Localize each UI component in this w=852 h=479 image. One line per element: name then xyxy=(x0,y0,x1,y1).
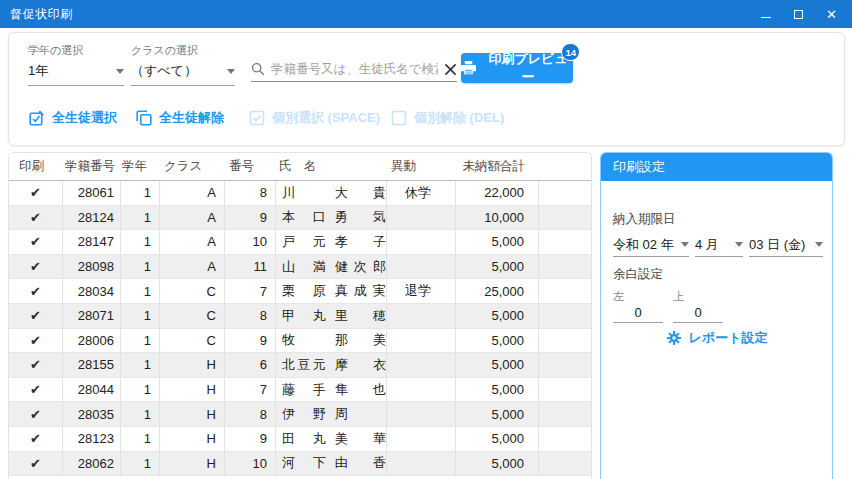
row-print-checkmark[interactable]: ✔ xyxy=(9,452,63,476)
close-icon: ✕ xyxy=(826,8,837,21)
row-status xyxy=(387,353,456,377)
row-print-checkmark[interactable]: ✔ xyxy=(9,329,63,353)
row-print-checkmark[interactable]: ✔ xyxy=(9,353,63,377)
filter-card: 学年の選択 1年 クラスの選択 （すべて） xyxy=(8,32,845,146)
row-print-checkmark[interactable]: ✔ xyxy=(9,230,63,254)
chevron-down-icon xyxy=(681,242,689,247)
grade-select-value: 1年 xyxy=(28,62,48,80)
table-row[interactable]: ✔ 28155 1 H 6 北豆元 摩衣 5,000 xyxy=(9,353,591,378)
row-class: H xyxy=(160,378,225,402)
row-student-id: 28035 xyxy=(63,402,121,426)
row-filler xyxy=(539,279,591,303)
selected-count-badge: 14 xyxy=(561,43,580,61)
table-row[interactable]: ✔ 28071 1 C 8 甲丸 里穂 5,000 xyxy=(9,304,591,329)
deselect-individual-button: 個別解除 (DEL) xyxy=(391,109,504,127)
margin-left-label: 左 xyxy=(613,289,625,304)
row-given-name: 周 xyxy=(335,405,386,423)
row-student-id: 28034 xyxy=(63,279,121,303)
window-title: 督促状印刷 xyxy=(10,6,73,23)
deadline-label: 納入期限日 xyxy=(613,211,676,228)
row-class: A xyxy=(160,181,225,205)
row-status xyxy=(387,206,456,230)
select-all-students-button[interactable]: 全生徒選択 xyxy=(29,109,117,127)
grade-select[interactable]: 学年の選択 1年 xyxy=(28,43,124,86)
row-print-checkmark[interactable]: ✔ xyxy=(9,181,63,205)
row-grade: 1 xyxy=(121,304,160,328)
table-row[interactable]: ✔ 28034 1 C 7 栗原 真成実 退学 25,000 xyxy=(9,279,591,304)
table-row[interactable]: ✔ 28123 1 H 9 田丸 美華 5,000 xyxy=(9,427,591,452)
row-class: H xyxy=(160,402,225,426)
chevron-down-icon xyxy=(227,69,235,74)
row-status: 退学 xyxy=(387,279,456,303)
col-header-grade: 学年 xyxy=(121,153,160,180)
table-row[interactable]: ✔ 28098 1 A 11 山満 健次郎 5,000 xyxy=(9,255,591,280)
table-header: 印刷 学籍番号 学年 クラス 番号 氏 名 異動 未納額合計 xyxy=(9,153,591,181)
margin-top-label: 上 xyxy=(673,289,685,304)
minimize-icon xyxy=(761,17,771,18)
col-header-amount: 未納額合計 xyxy=(456,153,539,180)
table-row[interactable]: ✔ 28006 1 C 9 牧 那美 5,000 xyxy=(9,329,591,354)
print-settings-title: 印刷設定 xyxy=(601,153,832,181)
class-select-label: クラスの選択 xyxy=(131,43,235,58)
select-all-students-label: 全生徒選択 xyxy=(52,109,117,127)
deadline-year-select[interactable]: 令和 02 年 xyxy=(613,233,689,257)
row-surname: 伊野 xyxy=(282,405,326,423)
close-button[interactable]: ✕ xyxy=(815,0,848,28)
row-filler xyxy=(539,452,591,476)
row-status xyxy=(387,304,456,328)
row-given-name: 由香 xyxy=(335,454,386,472)
table-row[interactable]: ✔ 28061 1 A 8 川 大貴 休学 22,000 xyxy=(9,181,591,206)
row-student-id: 28155 xyxy=(63,353,121,377)
row-filler xyxy=(539,427,591,451)
maximize-button[interactable] xyxy=(782,0,815,28)
chevron-down-icon xyxy=(735,242,743,247)
col-header-print: 印刷 xyxy=(9,153,63,180)
minimize-button[interactable] xyxy=(749,0,782,28)
row-print-checkmark[interactable]: ✔ xyxy=(9,378,63,402)
row-given-name: 隼也 xyxy=(335,381,386,399)
row-name: 河下 由香 xyxy=(276,452,387,476)
row-surname: 牧 xyxy=(282,331,326,349)
col-header-number: 番号 xyxy=(225,153,276,180)
row-filler xyxy=(539,329,591,353)
print-preview-label: 印刷プレビュー xyxy=(483,50,573,86)
row-status xyxy=(387,402,456,426)
table-row[interactable]: ✔ 28062 1 H 10 河下 由香 5,000 xyxy=(9,452,591,477)
deadline-day-select[interactable]: 03 日 (金) xyxy=(749,233,823,257)
report-settings-button[interactable]: レポート設定 xyxy=(601,329,832,347)
chevron-down-icon xyxy=(116,69,124,74)
table-row[interactable]: ✔ 28044 1 H 7 藤手 隼也 5,000 xyxy=(9,378,591,403)
class-select[interactable]: クラスの選択 （すべて） xyxy=(131,43,235,86)
row-print-checkmark[interactable]: ✔ xyxy=(9,402,63,426)
row-class: C xyxy=(160,304,225,328)
table-row[interactable]: ✔ 28124 1 A 9 本口 勇気 10,000 xyxy=(9,206,591,231)
row-grade: 1 xyxy=(121,402,160,426)
row-print-checkmark[interactable]: ✔ xyxy=(9,304,63,328)
row-print-checkmark[interactable]: ✔ xyxy=(9,427,63,451)
table-row[interactable]: ✔ 28035 1 H 8 伊野 周 5,000 xyxy=(9,402,591,427)
row-number: 8 xyxy=(225,181,276,205)
row-number: 10 xyxy=(225,230,276,254)
row-print-checkmark[interactable]: ✔ xyxy=(9,279,63,303)
deselect-all-students-button[interactable]: 全生徒解除 xyxy=(136,109,224,127)
margin-left-input[interactable] xyxy=(613,303,663,323)
row-filler xyxy=(539,378,591,402)
row-surname: 栗原 xyxy=(282,282,326,300)
row-print-checkmark[interactable]: ✔ xyxy=(9,206,63,230)
deadline-month-select[interactable]: 4 月 xyxy=(695,233,743,257)
row-print-checkmark[interactable]: ✔ xyxy=(9,255,63,279)
print-preview-button[interactable]: 印刷プレビュー xyxy=(461,53,573,83)
row-name: 北豆元 摩衣 xyxy=(276,353,387,377)
close-icon xyxy=(444,63,457,76)
row-given-name: 孝子 xyxy=(335,233,386,251)
search-clear-button[interactable] xyxy=(444,63,457,76)
table-row[interactable]: ✔ 28147 1 A 10 戸元 孝子 5,000 xyxy=(9,230,591,255)
search-input[interactable] xyxy=(271,62,438,76)
deselect-individual-label: 個別解除 (DEL) xyxy=(414,109,504,127)
row-unpaid-amount: 5,000 xyxy=(456,255,539,279)
row-number: 9 xyxy=(225,427,276,451)
checkbox-check-icon xyxy=(249,110,265,126)
margin-top-input[interactable] xyxy=(673,303,723,323)
row-given-name: 美華 xyxy=(335,430,386,448)
row-class: A xyxy=(160,255,225,279)
